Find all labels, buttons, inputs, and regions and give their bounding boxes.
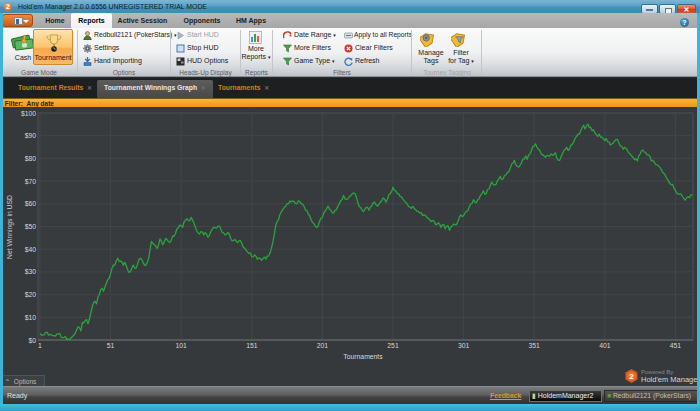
svg-text:1: 1 (38, 342, 42, 349)
svg-text:351: 351 (529, 342, 541, 349)
svg-text:$0: $0 (28, 337, 36, 344)
svg-text:$40: $40 (25, 246, 37, 253)
svg-text:$20: $20 (25, 291, 37, 298)
svg-text:$50: $50 (25, 223, 37, 230)
svg-text:151: 151 (246, 342, 258, 349)
svg-text:$80: $80 (25, 155, 37, 162)
svg-text:401: 401 (599, 342, 611, 349)
svg-text:51: 51 (107, 342, 115, 349)
svg-text:251: 251 (387, 342, 399, 349)
svg-text:Net Winnings in USD: Net Winnings in USD (6, 195, 14, 259)
svg-text:$100: $100 (21, 110, 36, 117)
svg-text:301: 301 (458, 342, 470, 349)
svg-text:201: 201 (317, 342, 329, 349)
svg-text:$10: $10 (25, 314, 37, 321)
svg-text:451: 451 (670, 342, 682, 349)
svg-text:101: 101 (176, 342, 188, 349)
svg-text:2: 2 (629, 372, 634, 381)
svg-text:Tournaments: Tournaments (343, 353, 383, 360)
svg-text:$70: $70 (25, 178, 37, 185)
svg-text:$30: $30 (25, 268, 37, 275)
svg-text:$60: $60 (25, 200, 37, 207)
svg-text:$90: $90 (25, 132, 37, 139)
